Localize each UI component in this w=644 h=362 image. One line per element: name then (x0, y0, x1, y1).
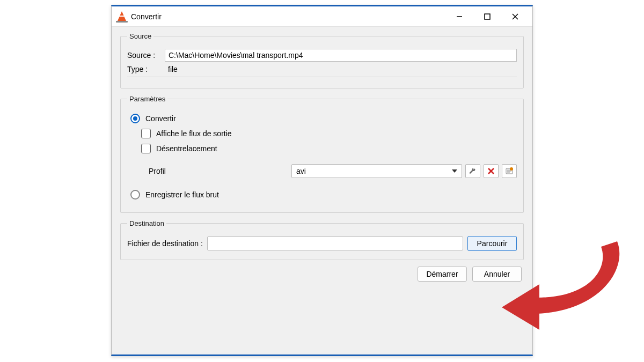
destination-group: Destination Fichier de destination : Par… (120, 219, 524, 260)
window-title: Convertir (131, 12, 162, 21)
start-button[interactable]: Démarrer (418, 267, 467, 282)
checkbox-icon (141, 144, 151, 153)
radio-icon (130, 114, 140, 123)
browse-button[interactable]: Parcourir (467, 236, 517, 251)
source-group: Source Source : Type : file (120, 32, 524, 88)
params-group: Paramètres Convertir Affiche le flux de … (120, 95, 524, 213)
type-label: Type : (127, 65, 165, 73)
show-output-checkbox[interactable]: Affiche le flux de sortie (141, 129, 517, 138)
delete-profile-button[interactable] (484, 164, 499, 178)
svg-point-10 (510, 167, 513, 171)
list-new-icon (505, 167, 514, 175)
source-legend: Source (127, 32, 153, 40)
type-value: file (165, 65, 178, 73)
convert-radio-row[interactable]: Convertir (130, 114, 517, 123)
deinterlace-checkbox[interactable]: Désentrelacement (141, 144, 517, 153)
close-button[interactable] (501, 7, 529, 26)
profile-select[interactable]: avi (291, 164, 462, 178)
source-label: Source : (127, 51, 165, 60)
minimize-button[interactable] (445, 7, 473, 26)
profile-value: avi (296, 167, 306, 175)
wrench-icon (469, 167, 477, 175)
radio-icon (130, 190, 140, 200)
show-output-label: Affiche le flux de sortie (156, 129, 232, 138)
raw-radio-row[interactable]: Enregistrer le flux brut (130, 190, 517, 200)
cancel-button[interactable]: Annuler (472, 267, 522, 282)
x-icon (487, 167, 495, 175)
vlc-icon (117, 11, 127, 22)
new-profile-button[interactable] (502, 164, 517, 178)
profile-label: Profil (149, 167, 288, 175)
destination-legend: Destination (127, 219, 166, 227)
chevron-down-icon (452, 169, 457, 173)
source-input[interactable] (165, 49, 517, 62)
edit-profile-button[interactable] (465, 164, 480, 178)
params-legend: Paramètres (127, 95, 167, 103)
convert-dialog: Convertir Source Source : Type : file (111, 5, 533, 356)
destination-file-label: Fichier de destination : (127, 239, 203, 248)
titlebar: Convertir (112, 6, 532, 27)
deinterlace-label: Désentrelacement (156, 144, 217, 153)
convert-radio-label: Convertir (145, 114, 176, 123)
raw-radio-label: Enregistrer le flux brut (145, 190, 219, 199)
svg-rect-1 (485, 14, 490, 19)
destination-file-input[interactable] (207, 237, 463, 250)
checkbox-icon (141, 129, 151, 138)
maximize-button[interactable] (473, 7, 501, 26)
